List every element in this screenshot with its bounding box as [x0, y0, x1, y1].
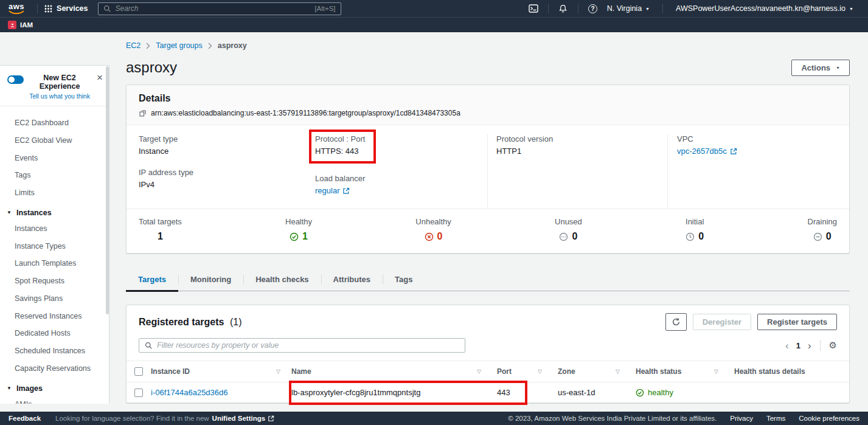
column-label: Health status details	[734, 367, 805, 376]
caret-down-icon: ▼	[7, 385, 12, 391]
filter-box[interactable]	[139, 338, 465, 353]
actions-label: Actions	[801, 63, 830, 72]
sort-filter-icon[interactable]: ▽	[714, 368, 718, 375]
account-label: AWSPowerUserAccess/navaneeth.kn@harness.…	[676, 4, 845, 13]
instance-id-link[interactable]: i-06f1744a6a25d36d6	[151, 388, 228, 397]
field-label: Target type	[139, 134, 315, 143]
sort-filter-icon[interactable]: ▽	[616, 368, 620, 375]
field-label: Load balancer	[315, 174, 487, 183]
filter-input[interactable]	[157, 341, 459, 350]
actions-button[interactable]: Actions ▼	[791, 60, 850, 76]
sidebar-item-instance-types[interactable]: Instance Types	[0, 238, 109, 255]
chevron-down-icon: ▼	[836, 66, 840, 70]
load-balancer-link[interactable]: regular	[315, 186, 350, 195]
sidebar-item-tags[interactable]: Tags	[0, 167, 109, 184]
cookie-preferences-link[interactable]: Cookie preferences	[799, 415, 859, 422]
tab-targets[interactable]: Targets	[126, 269, 178, 291]
terminal-icon	[529, 4, 538, 13]
page-previous-button[interactable]: ‹	[785, 340, 789, 351]
sidebar-item-dedicated-hosts[interactable]: Dedicated Hosts	[0, 325, 109, 342]
column-health-status[interactable]: Health status ▽	[631, 367, 729, 376]
sidebar-section-instances[interactable]: ▼ Instances	[0, 202, 109, 220]
language-hint: Looking for language selection? Find it …	[55, 415, 274, 422]
sidebar-item-capacity-reservations[interactable]: Capacity Reservations	[0, 360, 109, 378]
region-selector[interactable]: N. Virginia ▼	[601, 4, 656, 13]
sidebar-scrollbar[interactable]	[106, 66, 109, 404]
field-protocol-version: Protocol version HTTP1	[496, 134, 667, 156]
table-settings-button[interactable]: ⚙	[829, 340, 837, 351]
tab-monitoring[interactable]: Monitoring	[178, 269, 243, 291]
pagination: ‹ 1 › ⚙	[785, 340, 837, 351]
sidebar-item-launch-templates[interactable]: Launch Templates	[0, 255, 109, 272]
copyright-text: © 2023, Amazon Web Services India Privat…	[508, 415, 717, 422]
register-targets-button[interactable]: Register targets	[757, 314, 837, 330]
global-search[interactable]: [Alt+S]	[98, 2, 341, 15]
column-name[interactable]: Name ▽	[291, 367, 492, 376]
column-label: Port	[497, 367, 512, 376]
external-link-icon	[342, 187, 350, 195]
feedback-link[interactable]: Feedback	[9, 415, 41, 422]
sidebar-item-amis[interactable]: AMIs	[0, 396, 109, 404]
privacy-link[interactable]: Privacy	[730, 415, 753, 422]
clock-icon	[686, 232, 695, 241]
sidebar-section-label: Instances	[16, 209, 52, 217]
refresh-button[interactable]	[665, 313, 687, 331]
field-value: HTTPS: 443	[315, 147, 365, 156]
refresh-icon	[672, 317, 681, 327]
column-zone[interactable]: Zone ▽	[553, 367, 631, 376]
sidebar-item-reserved-instances[interactable]: Reserved Instances	[0, 308, 109, 325]
favorite-iam[interactable]: IAM	[8, 21, 33, 29]
sidebar-item-events[interactable]: Events	[0, 150, 109, 167]
sidebar-item-scheduled-instances[interactable]: Scheduled Instances	[0, 342, 109, 360]
link-label: vpc-2657db5c	[677, 147, 727, 156]
sidebar-item-instances[interactable]: Instances	[0, 220, 109, 238]
column-instance-id[interactable]: Instance ID ▽	[151, 367, 291, 376]
cloudshell-button[interactable]	[526, 2, 541, 15]
sidebar-item-ec2-dashboard[interactable]: EC2 Dashboard	[0, 114, 109, 132]
sort-filter-icon[interactable]: ▽	[276, 368, 280, 375]
account-menu[interactable]: AWSPowerUserAccess/navaneeth.kn@harness.…	[670, 4, 859, 13]
copy-arn-button[interactable]	[139, 109, 147, 117]
breadcrumb-target-groups[interactable]: Target groups	[156, 41, 202, 50]
tab-health-checks[interactable]: Health checks	[243, 269, 321, 291]
breadcrumb-ec2[interactable]: EC2	[126, 41, 141, 50]
details-card: Details arn:aws:elasticloadbalancing:us-…	[126, 85, 850, 254]
new-experience-toggle[interactable]	[7, 75, 24, 84]
stat-value: 0	[826, 231, 832, 242]
tab-attributes[interactable]: Attributes	[321, 269, 383, 291]
aws-logo[interactable]: aws	[9, 3, 24, 15]
tab-tags[interactable]: Tags	[383, 269, 425, 291]
column-port[interactable]: Port ▽	[492, 367, 553, 376]
row-checkbox[interactable]	[134, 389, 143, 397]
services-menu-button[interactable]: Services	[44, 4, 88, 13]
select-all-checkbox[interactable]	[134, 367, 143, 376]
sidebar-item-savings-plans[interactable]: Savings Plans	[0, 290, 109, 308]
unified-settings-link[interactable]: Unified Settings	[212, 415, 275, 422]
breadcrumb-separator-icon	[208, 43, 212, 49]
sidebar-section-images[interactable]: ▼ Images	[0, 378, 109, 396]
column-label: Name	[291, 367, 311, 376]
terms-link[interactable]: Terms	[766, 415, 785, 422]
help-button[interactable]: ?	[585, 2, 601, 15]
grid-icon	[44, 5, 52, 13]
sidebar-item-spot-requests[interactable]: Spot Requests	[0, 272, 109, 290]
deregister-button[interactable]: Deregister	[693, 314, 751, 330]
sidebar-item-ec2-global-view[interactable]: EC2 Global View	[0, 132, 109, 150]
external-link-icon	[730, 148, 737, 155]
sort-filter-icon[interactable]: ▽	[538, 368, 542, 375]
close-icon[interactable]: ×	[95, 74, 104, 82]
tell-us-link[interactable]: Tell us what you think	[29, 92, 91, 100]
main-content: EC2 Target groups asproxy asproxy Action…	[109, 32, 868, 412]
sort-filter-icon[interactable]: ▽	[477, 368, 481, 375]
breadcrumb: EC2 Target groups asproxy	[126, 41, 850, 50]
page-next-button[interactable]: ›	[808, 340, 811, 351]
vpc-link[interactable]: vpc-2657db5c	[677, 147, 737, 156]
sidebar-item-limits[interactable]: Limits	[0, 184, 109, 202]
search-input[interactable]	[116, 4, 311, 13]
chevron-down-icon: ▼	[645, 7, 650, 11]
tab-bar: Targets Monitoring Health checks Attribu…	[126, 269, 850, 291]
stat-label: Healthy	[285, 217, 312, 226]
field-load-balancer: Load balancer regular	[315, 174, 487, 195]
notifications-button[interactable]	[555, 2, 571, 15]
protocol-port-highlight: Protocol : Port HTTPS: 443	[309, 130, 376, 164]
